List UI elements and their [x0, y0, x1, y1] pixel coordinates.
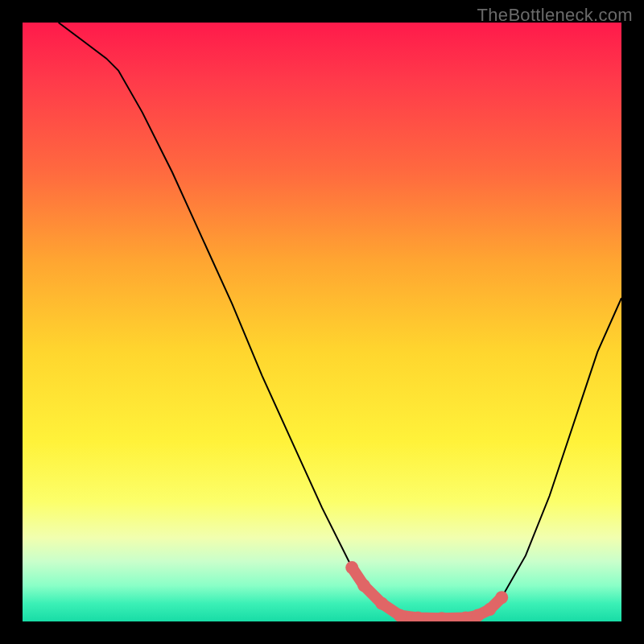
curve-right — [484, 298, 621, 615]
highlight-dot — [375, 597, 388, 610]
chart-plot-area — [23, 23, 621, 621]
highlight-dot — [495, 591, 508, 604]
highlight-dot — [483, 603, 496, 616]
highlight-dot — [471, 609, 484, 621]
watermark-text: TheBottleneck.com — [477, 5, 633, 26]
highlight-dot — [394, 609, 407, 621]
highlight-dot — [357, 579, 370, 592]
chart-svg — [23, 23, 621, 621]
curve-left — [59, 23, 400, 616]
chart-stage: TheBottleneck.com — [0, 0, 644, 644]
highlight-dot — [345, 561, 358, 574]
